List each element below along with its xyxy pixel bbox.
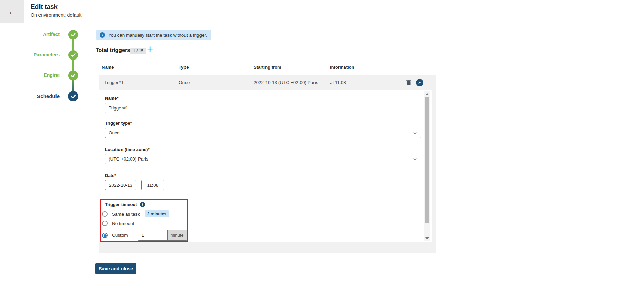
column-header-starting-from: Starting from bbox=[254, 65, 281, 70]
trigger-row[interactable]: Trigger#1 Once 2022-10-13 (UTC +02:00) P… bbox=[99, 75, 436, 90]
trigger-starting-from-cell: 2022-10-13 (UTC +02:00) Paris bbox=[254, 80, 318, 85]
timeout-label-row: Trigger timeout i bbox=[105, 202, 145, 207]
sidebar-item-schedule[interactable]: Schedule bbox=[37, 93, 60, 99]
scrollbar-down-arrow-icon[interactable] bbox=[425, 237, 429, 239]
scrollbar-up-arrow-icon[interactable] bbox=[425, 93, 429, 95]
artifact-complete-icon[interactable] bbox=[68, 30, 78, 39]
panel-scrollbar[interactable] bbox=[424, 91, 430, 241]
trigger-type-label: Trigger type* bbox=[105, 121, 132, 126]
time-input[interactable] bbox=[141, 180, 164, 190]
custom-timeout-radio[interactable] bbox=[102, 233, 108, 238]
edit-task-page: { "header": { "title": "Edit task", "sub… bbox=[0, 0, 644, 287]
check-icon bbox=[70, 73, 76, 78]
save-and-close-button[interactable]: Save and close bbox=[95, 263, 136, 274]
trash-icon bbox=[406, 80, 412, 86]
back-arrow-icon: ← bbox=[8, 7, 16, 16]
custom-timeout-value-input[interactable] bbox=[138, 230, 167, 240]
chevron-down-icon bbox=[413, 157, 417, 161]
trigger-type-cell: Once bbox=[179, 80, 190, 85]
no-timeout-label: No timeout bbox=[112, 221, 134, 226]
schedule-active-icon[interactable] bbox=[68, 91, 78, 101]
name-field-label: Name* bbox=[105, 96, 118, 101]
same-as-task-radio[interactable] bbox=[102, 211, 108, 217]
date-label: Date* bbox=[105, 173, 116, 178]
column-header-type: Type bbox=[179, 65, 189, 70]
check-icon bbox=[70, 94, 76, 99]
location-select[interactable]: (UTC +02:00) Paris bbox=[105, 154, 421, 164]
column-header-information: Information bbox=[330, 65, 354, 70]
trigger-information-cell: at 11:08 bbox=[330, 80, 346, 85]
location-selected-value: (UTC +02:00) Paris bbox=[109, 156, 148, 162]
chevron-down-icon bbox=[413, 131, 417, 135]
sidebar-item-artifact[interactable]: Artifact bbox=[43, 32, 60, 37]
custom-timeout-input-group: minute bbox=[138, 230, 187, 241]
page-subtitle: On environment: default bbox=[31, 12, 81, 18]
app-header: ← Edit task On environment: default bbox=[0, 0, 644, 23]
timeout-option-custom: Custom minute bbox=[102, 230, 187, 241]
no-timeout-radio[interactable] bbox=[102, 221, 108, 226]
same-as-task-label: Same as task bbox=[112, 212, 140, 217]
chevron-up-icon bbox=[418, 81, 422, 85]
timeout-label: Trigger timeout bbox=[105, 202, 137, 207]
trigger-type-select[interactable]: Once bbox=[105, 128, 421, 138]
trigger-name-input[interactable] bbox=[105, 103, 421, 113]
trigger-card: Trigger#1 Once 2022-10-13 (UTC +02:00) P… bbox=[99, 75, 436, 253]
page-title: Edit task bbox=[31, 3, 58, 11]
delete-trigger-button[interactable] bbox=[405, 79, 412, 86]
custom-timeout-unit: minute bbox=[167, 230, 187, 240]
custom-timeout-label: Custom bbox=[112, 233, 128, 238]
trigger-name-cell: Trigger#1 bbox=[104, 80, 124, 85]
check-icon bbox=[70, 52, 76, 58]
back-button[interactable]: ← bbox=[0, 0, 24, 23]
info-banner: i You can manually start the task withou… bbox=[96, 30, 211, 40]
engine-complete-icon[interactable] bbox=[68, 71, 78, 80]
trigger-edit-panel: Name* Trigger type* Once Location (time … bbox=[99, 90, 432, 242]
main-content: i You can manually start the task withou… bbox=[89, 23, 644, 287]
collapse-trigger-button[interactable] bbox=[416, 79, 423, 86]
trigger-count-badge: 1 / 15 bbox=[130, 48, 146, 54]
timeout-option-no-timeout: No timeout bbox=[102, 221, 134, 226]
info-icon: i bbox=[100, 32, 105, 38]
add-trigger-button[interactable]: + bbox=[147, 44, 153, 54]
trigger-timeout-group: Trigger timeout i Same as task 2 minutes… bbox=[100, 199, 188, 242]
scrollbar-thumb[interactable] bbox=[425, 97, 429, 223]
location-label: Location (time zone)* bbox=[105, 147, 149, 152]
parameters-complete-icon[interactable] bbox=[68, 50, 78, 60]
column-header-name: Name bbox=[102, 65, 114, 70]
info-banner-text: You can manually start the task without … bbox=[108, 33, 207, 38]
sidebar-item-engine[interactable]: Engine bbox=[44, 72, 60, 78]
timeout-info-icon[interactable]: i bbox=[140, 202, 145, 207]
stepper-sidebar: Artifact Parameters Engine Schedule bbox=[0, 23, 88, 287]
timeout-option-same-as-task: Same as task 2 minutes bbox=[102, 210, 169, 217]
check-icon bbox=[70, 32, 76, 37]
total-triggers-title: Total triggers bbox=[96, 47, 130, 53]
date-input[interactable] bbox=[105, 180, 136, 190]
task-timeout-badge: 2 minutes bbox=[145, 210, 169, 217]
trigger-type-selected-value: Once bbox=[109, 130, 119, 135]
sidebar-item-parameters[interactable]: Parameters bbox=[34, 52, 60, 57]
